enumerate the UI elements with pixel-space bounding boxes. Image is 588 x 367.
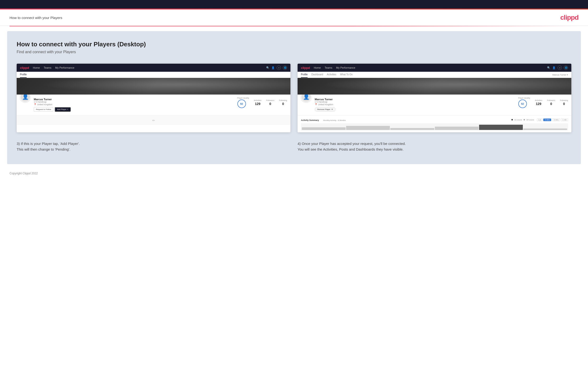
top-bar — [0, 0, 588, 8]
nav-icons-2: 🔍 👤 ⊙ 🌐 — [547, 66, 568, 70]
stats-row-1: Player Quality 92 Activities 129 Followe… — [235, 97, 287, 108]
nav-home-2[interactable]: Home — [314, 66, 321, 69]
location-icon-2: 📍 — [315, 103, 317, 106]
footer: Copyright Clippd 2022 — [0, 169, 588, 178]
tab-dashboard-2[interactable]: Dashboard — [311, 72, 323, 78]
player-info-2: Marcus Turner 1-5 Handicap 📍 United King… — [315, 97, 513, 112]
nav-teams-2[interactable]: Teams — [325, 66, 332, 69]
main-content: How to connect with your Players (Deskto… — [7, 31, 581, 164]
main-title: How to connect with your Players (Deskto… — [17, 41, 571, 48]
avatar-icon-2: 👤 — [303, 94, 310, 100]
banner-overlay-2 — [298, 78, 571, 94]
screenshots-row: clippd Home Teams My Performance 🔍 👤 ⊙ 🌐… — [17, 64, 571, 132]
avatar-icon-1: 👤 — [22, 94, 28, 100]
header-divider — [9, 26, 579, 26]
nav-myperformance-1[interactable]: My Performance — [55, 66, 74, 69]
activity-subtitle: Monthly Activity · 6 Months — [323, 119, 346, 121]
stat-quality-2: Player Quality 92 — [518, 97, 530, 108]
description-text-1: 3) If this is your Player tap, 'Add Play… — [17, 141, 290, 152]
stat-quality-1: Player Quality 92 — [237, 97, 249, 108]
player-location-1: 📍 United Kingdom — [34, 103, 232, 106]
bar-2 — [346, 126, 390, 130]
tab-user-2: Marcus Turner ▾ — [552, 72, 568, 77]
bar-3 — [390, 128, 434, 130]
player-name-2: Marcus Turner — [315, 98, 513, 101]
player-location-2: 📍 United Kingdom — [315, 103, 513, 106]
app-tabs-2: Profile Dashboard Activities What To On … — [298, 72, 571, 78]
bar-1 — [302, 127, 346, 130]
filter-1yr[interactable]: 1 yr — [537, 118, 543, 121]
tab-profile-2[interactable]: Profile — [301, 72, 308, 78]
oncourse-legend-dot — [511, 119, 513, 120]
add-player-button-1[interactable]: Add Player + — [55, 107, 71, 112]
remove-player-button[interactable]: Remove Player ✕ — [315, 107, 336, 112]
stat-following-1: Following 0 — [279, 99, 287, 106]
nav-icons-1: 🔍 👤 ⊙ 🌐 — [266, 66, 287, 70]
app-bottom-1: ✏ — [17, 116, 290, 125]
header-title: How to connect with your Players — [9, 16, 62, 20]
tab-profile-1[interactable]: Profile — [20, 72, 27, 78]
stat-followers-1: Followers 0 — [266, 99, 274, 106]
header: How to connect with your Players clippd — [0, 9, 588, 26]
quality-circle-2: 92 — [518, 100, 527, 108]
bar-5 — [479, 125, 523, 130]
player-buttons-2: Remove Player ✕ — [315, 107, 513, 112]
app-banner-1 — [17, 78, 290, 94]
filter-3mths[interactable]: 3 mths — [552, 118, 560, 121]
player-name-1: Marcus Turner — [34, 98, 232, 101]
activity-title: Activity Summary — [301, 119, 319, 121]
bar-4 — [435, 127, 479, 130]
search-icon-1[interactable]: 🔍 — [266, 66, 269, 69]
player-handicap-2: 1-5 Handicap — [315, 101, 513, 103]
stats-row-2: Player Quality 92 Activities 129 Followe… — [516, 97, 568, 108]
player-info-1: Marcus Turner 1-5 Handicap 📍 United King… — [34, 97, 232, 112]
description-text-2: 4) Once your Player has accepted your re… — [298, 141, 571, 152]
logo: clippd — [560, 14, 579, 21]
location-icon-1: 📍 — [34, 103, 36, 106]
nav-home-1[interactable]: Home — [33, 66, 40, 69]
search-icon-2[interactable]: 🔍 — [547, 66, 550, 69]
chart-preview — [301, 123, 568, 130]
user-icon-2[interactable]: 👤 — [552, 66, 556, 69]
stat-followers-2: Followers 0 — [547, 99, 555, 106]
nav-teams-1[interactable]: Teams — [44, 66, 51, 69]
screenshot-1: clippd Home Teams My Performance 🔍 👤 ⊙ 🌐… — [17, 64, 290, 132]
follow-button-1[interactable]: Request to Follow — [34, 107, 53, 112]
descriptions-row: 3) If this is your Player tap, 'Add Play… — [17, 141, 571, 152]
globe-icon-2[interactable]: 🌐 — [564, 66, 568, 70]
offcourse-legend-label: Off course — [526, 119, 534, 121]
nav-myperformance-2[interactable]: My Performance — [336, 66, 355, 69]
x-icon: ✕ — [331, 108, 333, 110]
filter-1mth[interactable]: 1 mth — [561, 118, 568, 121]
activity-header: Activity Summary Monthly Activity · 6 Mo… — [301, 117, 568, 122]
tab-whattoon-2[interactable]: What To On — [340, 72, 353, 78]
app-navbar-2: clippd Home Teams My Performance 🔍 👤 ⊙ 🌐 — [298, 64, 571, 72]
app-logo-2: clippd — [301, 66, 310, 70]
quality-circle-1: 92 — [237, 100, 246, 108]
plus-icon-1: + — [67, 108, 68, 110]
globe-icon-1[interactable]: 🌐 — [283, 66, 287, 70]
stat-activities-1: Activities 129 — [254, 99, 261, 106]
profile-section-1: 👤 Marcus Turner 1-5 Handicap 📍 United Ki… — [17, 94, 290, 116]
pencil-icon-1: ✏ — [152, 118, 155, 122]
player-handicap-1: 1-5 Handicap — [34, 101, 232, 103]
filter-6mths[interactable]: 6 mths — [543, 118, 551, 121]
stat-following-2: Following 0 — [560, 99, 568, 106]
description-1: 3) If this is your Player tap, 'Add Play… — [17, 141, 290, 152]
app-navbar-1: clippd Home Teams My Performance 🔍 👤 ⊙ 🌐 — [17, 64, 290, 72]
activity-filters: On course Off course 1 yr 6 mths 3 mths … — [511, 118, 568, 121]
player-buttons-1: Request to Follow Add Player + — [34, 107, 232, 112]
app-logo-1: clippd — [20, 66, 29, 70]
screenshot-2: clippd Home Teams My Performance 🔍 👤 ⊙ 🌐… — [298, 64, 571, 132]
copyright-text: Copyright Clippd 2022 — [9, 172, 38, 175]
settings-icon-1[interactable]: ⊙ — [277, 66, 281, 70]
stat-activities-2: Activities 129 — [535, 99, 542, 106]
profile-section-2: 👤 Marcus Turner 1-5 Handicap 📍 United Ki… — [298, 94, 571, 116]
offcourse-legend-dot — [524, 119, 525, 120]
bar-6 — [523, 128, 567, 130]
user-icon-1[interactable]: 👤 — [271, 66, 275, 69]
tab-activities-2[interactable]: Activities — [327, 72, 336, 78]
filter-legend: On course Off course — [511, 119, 534, 121]
oncourse-legend-label: On course — [514, 119, 522, 121]
settings-icon-2[interactable]: ⊙ — [558, 66, 562, 70]
